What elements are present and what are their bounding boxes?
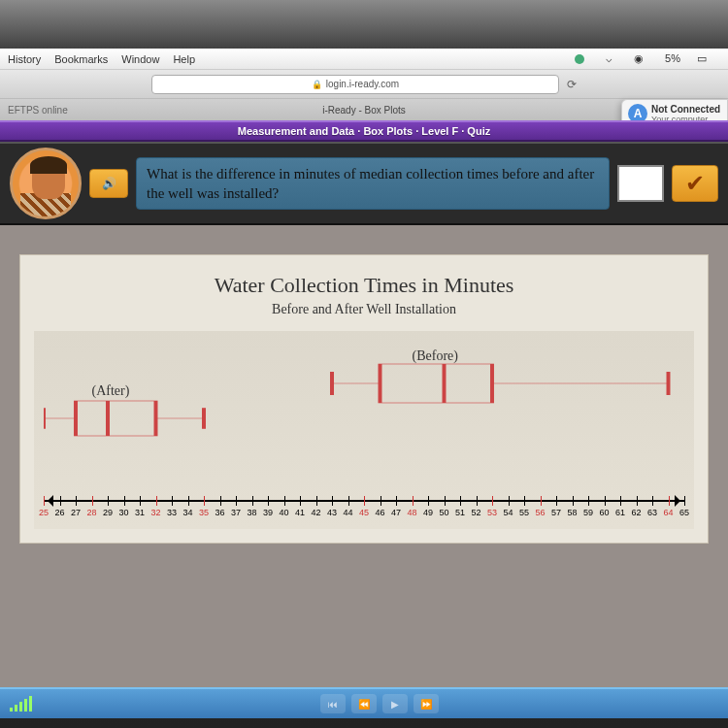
tick-label: 31: [135, 508, 145, 517]
audio-button[interactable]: 🔊: [89, 169, 128, 198]
tick-label: 39: [263, 508, 273, 517]
browser-tabbar: EFTPS online i-Ready - Box Plots A Not C…: [0, 99, 728, 120]
play-button[interactable]: ▶: [382, 694, 408, 713]
reload-icon[interactable]: ⟳: [567, 78, 577, 91]
tick-label: 51: [455, 508, 465, 517]
tick-label: 30: [118, 508, 128, 517]
tick-label: 43: [327, 508, 337, 517]
answer-input[interactable]: [617, 165, 664, 202]
lock-icon: 🔒: [312, 80, 322, 89]
tick-label: 53: [487, 508, 497, 517]
tick-label: 58: [567, 508, 577, 517]
svg-rect-10: [76, 401, 156, 436]
prompt-bar: 🔊 What is the difference in minutes of m…: [0, 142, 728, 225]
macos-menubar: History Bookmarks Window Help ⌵ ◉ 5% ▭: [0, 49, 728, 70]
tick-label: 27: [71, 508, 81, 517]
prev-button[interactable]: ⏮: [320, 694, 346, 713]
tick-label: 33: [167, 508, 177, 517]
chart-card: Water Collection Times in Minutes Before…: [19, 254, 709, 544]
browser-toolbar: 🔒 login.i-ready.com ⟳: [0, 70, 728, 99]
menu-history[interactable]: History: [8, 53, 41, 65]
checkmark-icon: ✔: [685, 170, 705, 197]
series-label-after: (After): [92, 383, 130, 399]
tab-eftps[interactable]: EFTPS online: [0, 105, 76, 116]
dock-bar: ⏮ ⏪ ▶ ⏩: [0, 687, 728, 718]
series-label-before: (Before): [413, 348, 458, 364]
menu-window[interactable]: Window: [121, 53, 159, 65]
tick-label: 40: [279, 508, 288, 517]
tick-label: 44: [343, 508, 352, 517]
media-controls: ⏮ ⏪ ▶ ⏩: [320, 694, 439, 713]
iready-app: Measurement and Data · Box Plots · Level…: [0, 120, 728, 687]
tick-label: 47: [391, 508, 401, 517]
tick-label: 59: [583, 508, 593, 517]
wifi-icon[interactable]: ⌵: [606, 52, 612, 65]
tab-iready[interactable]: i-Ready - Box Plots: [322, 105, 406, 116]
menu-bookmarks[interactable]: Bookmarks: [54, 53, 108, 65]
tick-label: 45: [359, 508, 369, 517]
breadcrumb: Measurement and Data · Box Plots · Level…: [0, 120, 728, 142]
tick-label: 41: [295, 508, 305, 517]
svg-rect-4: [381, 364, 493, 403]
tick-label: 38: [247, 508, 256, 517]
tick-label: 56: [535, 508, 545, 517]
chart-subtitle: Before and After Well Installation: [34, 302, 694, 317]
tick-label: 28: [86, 508, 96, 517]
tick-label: 26: [54, 508, 64, 517]
plot-area: (After) (Before) 25262728293031323334353…: [34, 331, 694, 529]
speaker-icon: 🔊: [102, 177, 116, 190]
notif-title: Not Connected: [651, 104, 720, 115]
tick-label: 36: [215, 508, 224, 517]
address-bar[interactable]: 🔒 login.i-ready.com: [151, 75, 559, 94]
battery-indicator: 5% ▭: [665, 52, 707, 65]
tick-label: 32: [150, 508, 160, 517]
tick-label: 49: [423, 508, 433, 517]
x-axis: 2526272829303132333435363738394041424344…: [44, 494, 684, 521]
tick-label: 52: [471, 508, 480, 517]
tick-label: 37: [231, 508, 241, 517]
submit-button[interactable]: ✔: [672, 165, 718, 202]
tick-label: 65: [679, 508, 689, 517]
tick-label: 35: [199, 508, 209, 517]
tick-label: 25: [39, 508, 49, 517]
tick-label: 64: [663, 508, 673, 517]
tick-label: 61: [615, 508, 625, 517]
tick-label: 50: [439, 508, 448, 517]
content-area: Water Collection Times in Minutes Before…: [0, 225, 728, 553]
rewind-button[interactable]: ⏪: [351, 694, 377, 713]
menu-help[interactable]: Help: [173, 53, 195, 65]
tick-label: 54: [503, 508, 513, 517]
chart-title: Water Collection Times in Minutes: [34, 273, 694, 298]
avatar: [10, 148, 82, 219]
boxplot-svg: [44, 354, 684, 451]
forward-button[interactable]: ⏩: [414, 694, 439, 713]
tick-label: 57: [551, 508, 561, 517]
volume-icon[interactable]: [10, 696, 32, 711]
tick-label: 29: [103, 508, 113, 517]
tick-label: 48: [407, 508, 416, 517]
wifi-bars-icon[interactable]: ◉: [634, 52, 644, 65]
status-dot-icon: [575, 54, 584, 64]
tick-label: 62: [631, 508, 641, 517]
tick-label: 42: [311, 508, 320, 517]
tick-label: 63: [647, 508, 657, 517]
tick-label: 34: [182, 508, 192, 517]
tick-label: 60: [599, 508, 609, 517]
tick-label: 46: [375, 508, 384, 517]
question-text: What is the difference in minutes of med…: [136, 157, 610, 211]
tick-label: 55: [519, 508, 529, 517]
url-text: login.i-ready.com: [326, 79, 399, 89]
